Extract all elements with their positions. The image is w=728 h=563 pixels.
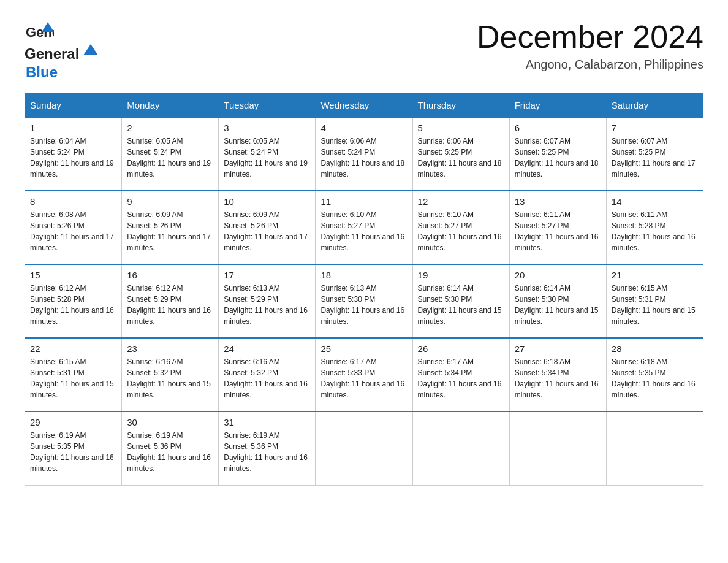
col-tuesday: Tuesday [219, 94, 316, 118]
day-info: Sunrise: 6:09 AMSunset: 5:26 PMDaylight:… [224, 209, 310, 253]
table-row: 29Sunrise: 6:19 AMSunset: 5:35 PMDayligh… [25, 412, 122, 485]
day-info: Sunrise: 6:13 AMSunset: 5:29 PMDaylight:… [224, 283, 310, 327]
day-info: Sunrise: 6:12 AMSunset: 5:28 PMDaylight:… [30, 283, 116, 327]
day-number: 24 [224, 343, 310, 354]
day-info: Sunrise: 6:15 AMSunset: 5:31 PMDaylight:… [612, 283, 698, 327]
table-row [606, 412, 703, 485]
day-number: 30 [127, 417, 213, 427]
day-number: 1 [30, 123, 116, 133]
table-row: 26Sunrise: 6:17 AMSunset: 5:34 PMDayligh… [412, 338, 509, 412]
day-number: 9 [127, 196, 213, 207]
table-row: 2Sunrise: 6:05 AMSunset: 5:24 PMDaylight… [122, 117, 219, 191]
table-row: 7Sunrise: 6:07 AMSunset: 5:25 PMDaylight… [606, 117, 703, 191]
day-info: Sunrise: 6:17 AMSunset: 5:34 PMDaylight:… [418, 356, 504, 400]
day-info: Sunrise: 6:06 AMSunset: 5:25 PMDaylight:… [418, 136, 504, 180]
day-info: Sunrise: 6:16 AMSunset: 5:32 PMDaylight:… [127, 356, 213, 400]
table-row: 6Sunrise: 6:07 AMSunset: 5:25 PMDaylight… [509, 117, 606, 191]
day-info: Sunrise: 6:12 AMSunset: 5:29 PMDaylight:… [127, 283, 213, 327]
day-number: 14 [612, 196, 698, 207]
calendar-table: Sunday Monday Tuesday Wednesday Thursday… [25, 93, 703, 486]
col-friday: Friday [509, 94, 606, 118]
day-number: 29 [30, 417, 116, 427]
day-info: Sunrise: 6:14 AMSunset: 5:30 PMDaylight:… [418, 283, 504, 327]
day-info: Sunrise: 6:19 AMSunset: 5:36 PMDaylight:… [127, 430, 213, 474]
table-row: 30Sunrise: 6:19 AMSunset: 5:36 PMDayligh… [122, 412, 219, 485]
table-row: 20Sunrise: 6:14 AMSunset: 5:30 PMDayligh… [509, 264, 606, 338]
day-number: 11 [320, 196, 407, 207]
table-row: 1Sunrise: 6:04 AMSunset: 5:24 PMDaylight… [25, 117, 122, 191]
day-info: Sunrise: 6:15 AMSunset: 5:31 PMDaylight:… [30, 356, 116, 400]
day-number: 5 [418, 123, 504, 133]
day-number: 27 [515, 343, 601, 354]
day-number: 15 [30, 270, 116, 280]
col-thursday: Thursday [412, 94, 509, 118]
day-number: 10 [224, 196, 310, 207]
day-number: 25 [320, 343, 407, 354]
day-number: 26 [418, 343, 504, 354]
col-saturday: Saturday [606, 94, 703, 118]
main-title: December 2024 [477, 18, 703, 55]
table-row: 28Sunrise: 6:18 AMSunset: 5:35 PMDayligh… [606, 338, 703, 412]
day-info: Sunrise: 6:18 AMSunset: 5:34 PMDaylight:… [515, 356, 601, 400]
logo: General General Blue [25, 18, 104, 81]
table-row [412, 412, 509, 485]
day-info: Sunrise: 6:16 AMSunset: 5:32 PMDaylight:… [224, 356, 310, 400]
svg-text:General: General [25, 45, 79, 62]
table-row: 13Sunrise: 6:11 AMSunset: 5:27 PMDayligh… [509, 191, 606, 264]
table-row: 12Sunrise: 6:10 AMSunset: 5:27 PMDayligh… [412, 191, 509, 264]
day-number: 3 [224, 123, 310, 133]
day-number: 17 [224, 270, 310, 280]
calendar-header-row: Sunday Monday Tuesday Wednesday Thursday… [25, 94, 703, 118]
table-row: 10Sunrise: 6:09 AMSunset: 5:26 PMDayligh… [219, 191, 316, 264]
table-row: 15Sunrise: 6:12 AMSunset: 5:28 PMDayligh… [25, 264, 122, 338]
day-number: 2 [127, 123, 213, 133]
table-row: 17Sunrise: 6:13 AMSunset: 5:29 PMDayligh… [219, 264, 316, 338]
day-number: 19 [418, 270, 504, 280]
day-number: 28 [612, 343, 698, 354]
day-info: Sunrise: 6:07 AMSunset: 5:25 PMDaylight:… [515, 136, 601, 180]
day-info: Sunrise: 6:13 AMSunset: 5:30 PMDaylight:… [320, 283, 407, 327]
table-row: 23Sunrise: 6:16 AMSunset: 5:32 PMDayligh… [122, 338, 219, 412]
day-info: Sunrise: 6:08 AMSunset: 5:26 PMDaylight:… [30, 209, 116, 253]
calendar-week-row: 1Sunrise: 6:04 AMSunset: 5:24 PMDaylight… [25, 117, 703, 191]
table-row: 22Sunrise: 6:15 AMSunset: 5:31 PMDayligh… [25, 338, 122, 412]
day-number: 7 [612, 123, 698, 133]
day-info: Sunrise: 6:18 AMSunset: 5:35 PMDaylight:… [612, 356, 698, 400]
page-header: General General Blue December 2024 Angon… [25, 18, 703, 81]
table-row: 27Sunrise: 6:18 AMSunset: 5:34 PMDayligh… [509, 338, 606, 412]
day-info: Sunrise: 6:14 AMSunset: 5:30 PMDaylight:… [515, 283, 601, 327]
day-info: Sunrise: 6:04 AMSunset: 5:24 PMDaylight:… [30, 136, 116, 180]
calendar-week-row: 22Sunrise: 6:15 AMSunset: 5:31 PMDayligh… [25, 338, 703, 412]
day-info: Sunrise: 6:05 AMSunset: 5:24 PMDaylight:… [224, 136, 310, 180]
day-info: Sunrise: 6:19 AMSunset: 5:35 PMDaylight:… [30, 430, 116, 474]
table-row: 9Sunrise: 6:09 AMSunset: 5:26 PMDaylight… [122, 191, 219, 264]
day-number: 8 [30, 196, 116, 207]
day-info: Sunrise: 6:17 AMSunset: 5:33 PMDaylight:… [320, 356, 407, 400]
table-row [316, 412, 412, 485]
table-row: 25Sunrise: 6:17 AMSunset: 5:33 PMDayligh… [316, 338, 412, 412]
table-row: 24Sunrise: 6:16 AMSunset: 5:32 PMDayligh… [219, 338, 316, 412]
calendar-week-row: 15Sunrise: 6:12 AMSunset: 5:28 PMDayligh… [25, 264, 703, 338]
table-row: 11Sunrise: 6:10 AMSunset: 5:27 PMDayligh… [316, 191, 412, 264]
table-row: 4Sunrise: 6:06 AMSunset: 5:24 PMDaylight… [316, 117, 412, 191]
calendar-week-row: 29Sunrise: 6:19 AMSunset: 5:35 PMDayligh… [25, 412, 703, 485]
day-info: Sunrise: 6:10 AMSunset: 5:27 PMDaylight:… [418, 209, 504, 253]
day-number: 13 [515, 196, 601, 207]
svg-marker-3 [83, 44, 98, 55]
table-row: 18Sunrise: 6:13 AMSunset: 5:30 PMDayligh… [316, 264, 412, 338]
table-row: 8Sunrise: 6:08 AMSunset: 5:26 PMDaylight… [25, 191, 122, 264]
logo-full: General [25, 43, 104, 66]
col-wednesday: Wednesday [316, 94, 412, 118]
day-info: Sunrise: 6:05 AMSunset: 5:24 PMDaylight:… [127, 136, 213, 180]
day-number: 4 [320, 123, 407, 133]
calendar-week-row: 8Sunrise: 6:08 AMSunset: 5:26 PMDaylight… [25, 191, 703, 264]
col-monday: Monday [122, 94, 219, 118]
table-row [509, 412, 606, 485]
table-row: 31Sunrise: 6:19 AMSunset: 5:36 PMDayligh… [219, 412, 316, 485]
day-number: 22 [30, 343, 116, 354]
day-number: 16 [127, 270, 213, 280]
day-info: Sunrise: 6:07 AMSunset: 5:25 PMDaylight:… [612, 136, 698, 180]
day-number: 23 [127, 343, 213, 354]
table-row: 16Sunrise: 6:12 AMSunset: 5:29 PMDayligh… [122, 264, 219, 338]
day-number: 21 [612, 270, 698, 280]
